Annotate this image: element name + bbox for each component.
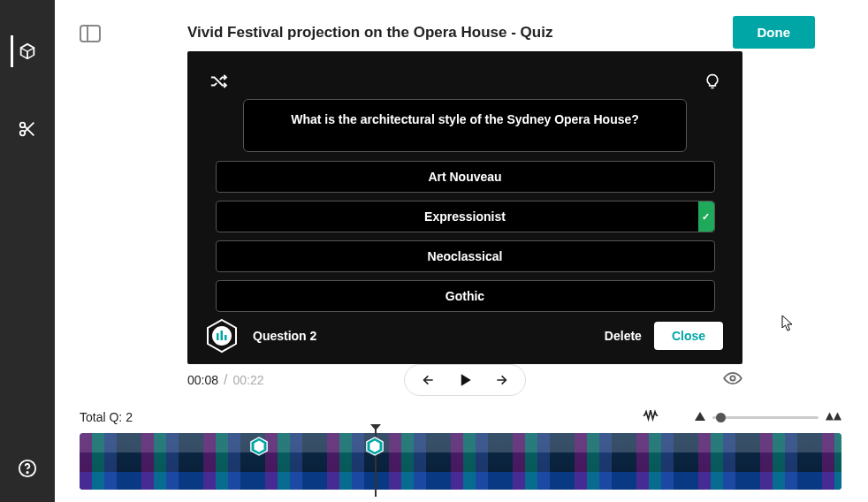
svg-point-11 <box>730 376 735 380</box>
play-button[interactable] <box>449 368 481 392</box>
sidebar-item-help[interactable] <box>11 453 43 484</box>
answer-option[interactable]: Neoclassical <box>216 240 715 272</box>
preview-icon[interactable] <box>723 371 742 389</box>
question-input[interactable]: What is the architectural style of the S… <box>243 99 687 152</box>
page-title: Vivid Festival projection on the Opera H… <box>187 24 552 42</box>
answer-label: Gothic <box>445 289 484 303</box>
main: Vivid Festival projection on the Opera H… <box>55 0 868 502</box>
prev-button[interactable] <box>414 369 444 391</box>
zoom-in-icon[interactable] <box>826 412 841 422</box>
editor-footer: Question 2 Delete Close <box>203 312 727 356</box>
svg-rect-9 <box>221 331 224 340</box>
sidebar-item-library[interactable] <box>11 35 42 67</box>
svg-rect-4 <box>80 26 100 42</box>
sidebar-item-trim[interactable] <box>11 113 43 145</box>
arrow-right-icon <box>493 373 509 387</box>
quiz-editor: What is the architectural style of the S… <box>187 51 742 364</box>
help-icon <box>18 459 37 478</box>
answer-option[interactable]: Expressionist <box>216 201 715 232</box>
answer-option[interactable]: Art Nouveau <box>216 161 715 193</box>
answer-label: Expressionist <box>424 209 506 224</box>
timeline-filmstrip[interactable] <box>80 433 841 490</box>
correct-check-icon <box>698 202 714 232</box>
svg-rect-8 <box>217 333 219 340</box>
time-separator: / <box>224 372 227 388</box>
svg-point-3 <box>27 472 27 473</box>
current-time: 00:08 <box>187 373 218 387</box>
zoom-slider <box>695 412 841 422</box>
done-button[interactable]: Done <box>733 16 816 49</box>
hint-icon[interactable] <box>704 72 721 94</box>
delete-button[interactable]: Delete <box>605 329 642 343</box>
quiz-badge-icon <box>203 317 240 354</box>
answers-list: Art Nouveau Expressionist Neoclassical G… <box>216 161 715 312</box>
question-marker[interactable] <box>249 437 269 456</box>
arrow-left-icon <box>421 373 437 387</box>
zoom-thumb[interactable] <box>716 413 726 422</box>
answer-option[interactable]: Gothic <box>216 280 715 312</box>
zoom-out-icon[interactable] <box>695 412 705 422</box>
cube-icon <box>18 42 37 61</box>
filmstrip-thumbnails <box>80 433 841 490</box>
question-marker[interactable] <box>365 437 385 456</box>
sidebar <box>0 0 55 502</box>
waveform-icon[interactable] <box>642 408 659 426</box>
playback-controls: 00:08 / 00:22 <box>187 371 742 389</box>
total-time: 00:22 <box>233 373 264 387</box>
play-icon <box>456 371 474 389</box>
question-number-label: Question 2 <box>253 329 316 343</box>
scissors-icon <box>18 119 37 139</box>
zoom-track[interactable] <box>712 416 819 419</box>
total-questions-label: Total Q: 2 <box>80 410 133 424</box>
header: Vivid Festival projection on the Opera H… <box>187 16 815 49</box>
panel-toggle-icon[interactable] <box>80 25 101 46</box>
next-button[interactable] <box>486 369 516 391</box>
timeline-header: Total Q: 2 <box>80 407 841 428</box>
close-button[interactable]: Close <box>654 322 723 350</box>
svg-rect-10 <box>225 335 227 340</box>
answer-label: Art Nouveau <box>428 170 501 184</box>
answer-label: Neoclassical <box>428 249 503 263</box>
shuffle-icon[interactable] <box>209 73 228 93</box>
